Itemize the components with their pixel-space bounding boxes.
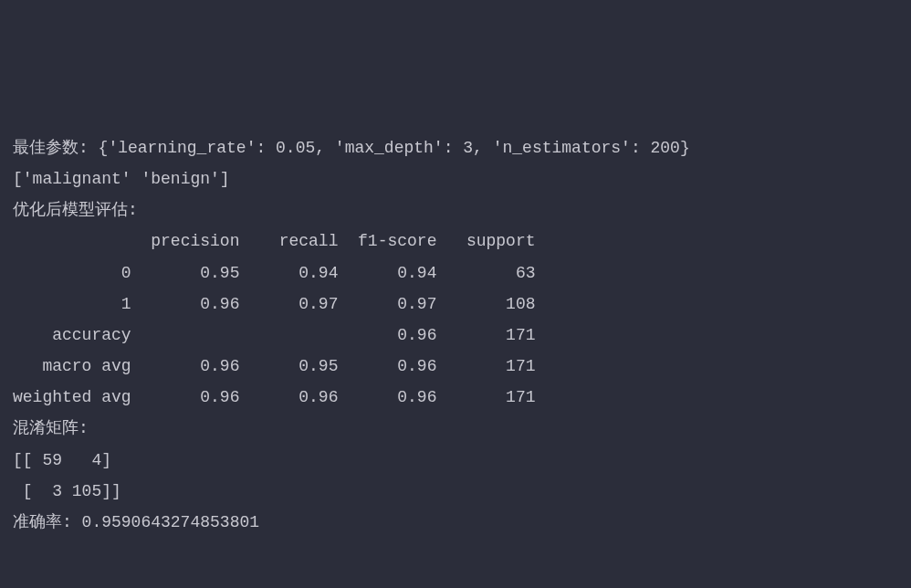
confusion-matrix-header: 混淆矩阵: bbox=[13, 413, 898, 444]
confusion-matrix-row-1: [[ 59 4] bbox=[13, 445, 898, 476]
eval-header-line: 优化后模型评估: bbox=[13, 194, 898, 226]
class-0-row: 0 0.95 0.94 0.94 63 bbox=[13, 257, 898, 289]
confusion-matrix-row-2: [ 3 105]] bbox=[13, 476, 898, 507]
macro-avg-row: macro avg 0.96 0.95 0.96 171 bbox=[13, 351, 898, 382]
best-params-line: 最佳参数: {'learning_rate': 0.05, 'max_depth… bbox=[13, 132, 898, 163]
report-header-line: precision recall f1-score support bbox=[13, 226, 898, 257]
accuracy-score-line: 准确率: 0.9590643274853801 bbox=[13, 507, 898, 538]
accuracy-row: accuracy 0.96 171 bbox=[13, 320, 898, 351]
weighted-avg-row: weighted avg 0.96 0.96 0.96 171 bbox=[13, 382, 898, 413]
class-1-row: 1 0.96 0.97 0.97 108 bbox=[13, 289, 898, 320]
classes-line: ['malignant' 'benign'] bbox=[13, 163, 898, 194]
